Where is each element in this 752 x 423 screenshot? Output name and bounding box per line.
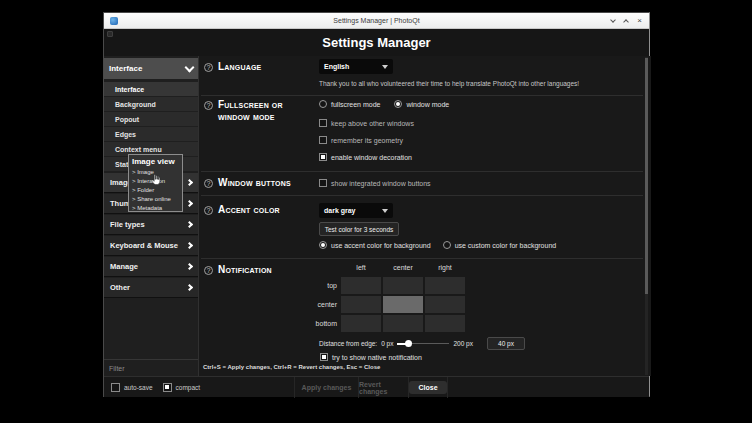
notify-pos-center-left[interactable]	[341, 296, 381, 313]
notify-pos-center-center[interactable]	[383, 296, 423, 313]
checkbox-label[interactable]: auto-save	[124, 384, 153, 391]
close-button[interactable]: Close	[409, 381, 446, 394]
distance-value-box[interactable]: 40 px	[487, 337, 525, 350]
dropdown-arrow-icon	[382, 209, 388, 216]
sidebar-item-file-types[interactable]: File types	[104, 215, 198, 235]
language-note: Thank you to all who volunteered their t…	[319, 80, 649, 87]
background-color-radio-group: use accent color for background use cust…	[319, 241, 556, 249]
radio-accent-background[interactable]	[319, 241, 327, 249]
sidebar: Interface Interface Background Popout Ed…	[104, 56, 199, 376]
checkbox-compact[interactable]	[163, 383, 172, 392]
help-icon[interactable]	[204, 206, 213, 215]
grid-row-bottom: bottom	[301, 320, 337, 327]
sidebar-subitem-interface[interactable]: Interface	[104, 82, 198, 96]
window-title: Settings Manager | PhotoQt	[104, 17, 649, 24]
close-button-cell: Close	[408, 377, 448, 398]
notify-pos-bottom-right[interactable]	[425, 315, 465, 332]
radio-label[interactable]: window mode	[406, 101, 449, 108]
sidebar-category-label: Interface	[109, 64, 142, 73]
help-icon[interactable]	[204, 179, 213, 188]
mode-radio-group: fullscreen mode window mode	[319, 100, 449, 108]
radio-custom-background[interactable]	[443, 241, 451, 249]
action-buttons: Apply changes Revert changes Close	[294, 377, 448, 398]
tooltip-title: Image view	[132, 157, 179, 166]
help-icon[interactable]	[204, 101, 213, 110]
accent-dropdown-value: dark gray	[324, 207, 356, 214]
distance-max: 200 px	[453, 340, 473, 347]
checkbox-label[interactable]: try to show native notification	[332, 354, 422, 361]
chevron-right-icon	[186, 179, 193, 186]
sidebar-subitem-popout[interactable]: Popout	[104, 112, 198, 126]
sidebar-subitem-background[interactable]: Background	[104, 97, 198, 111]
checkbox-label[interactable]: remember its geometry	[331, 137, 403, 144]
sidebar-item-other[interactable]: Other	[104, 278, 198, 298]
notify-pos-top-left[interactable]	[341, 277, 381, 294]
tooltip-item: > Folder	[132, 186, 179, 195]
keep-above-row: keep above other windows	[319, 119, 414, 127]
radio-label[interactable]: use accent color for background	[331, 242, 431, 249]
sidebar-item-label: File types	[110, 220, 145, 229]
hand-cursor-icon	[151, 174, 161, 186]
chevron-right-icon	[186, 263, 193, 270]
checkbox-integrated-buttons[interactable]	[319, 179, 327, 187]
revert-changes-button[interactable]: Revert changes	[358, 377, 408, 398]
sidebar-item-manage[interactable]: Manage	[104, 257, 198, 277]
section-divider	[201, 195, 643, 196]
slider-knob[interactable]	[405, 340, 412, 347]
distance-slider[interactable]	[397, 340, 449, 347]
apply-changes-button[interactable]: Apply changes	[294, 377, 358, 398]
grid-col-left: left	[341, 264, 381, 271]
checkbox-window-decoration[interactable]	[319, 153, 327, 161]
page-title: Settings Manager	[322, 35, 430, 50]
radio-window-mode[interactable]	[394, 100, 402, 108]
notify-pos-top-right[interactable]	[425, 277, 465, 294]
sidebar-category-interface[interactable]: Interface	[104, 58, 198, 79]
pin-icon	[107, 31, 113, 37]
sidebar-item-label: Keyboard & Mouse	[110, 241, 178, 250]
sidebar-item-label: Manage	[110, 262, 138, 271]
distance-row: Distance from edge: 0 px 200 px 40 px	[319, 337, 525, 350]
sidebar-item-keyboard-mouse[interactable]: Keyboard & Mouse	[104, 236, 198, 256]
test-color-button[interactable]: Test color for 3 seconds	[319, 222, 399, 236]
checkbox-label[interactable]: show integrated window buttons	[331, 180, 431, 187]
language-dropdown[interactable]: English	[319, 59, 393, 74]
checkbox-auto-save[interactable]	[111, 383, 120, 392]
accent-color-dropdown[interactable]: dark gray	[319, 203, 393, 218]
sidebar-filter	[104, 359, 198, 376]
notify-pos-top-center[interactable]	[383, 277, 423, 294]
radio-fullscreen-mode[interactable]	[319, 100, 327, 108]
notify-pos-center-right[interactable]	[425, 296, 465, 313]
help-icon[interactable]	[204, 63, 213, 72]
checkbox-native-notification[interactable]	[320, 353, 328, 361]
chevron-right-icon	[186, 242, 193, 249]
filter-input[interactable]	[104, 365, 198, 372]
desktop: Settings Manager | PhotoQt × Settings Ma…	[0, 0, 752, 423]
checkbox-label[interactable]: compact	[176, 384, 201, 391]
scrollbar-thumb[interactable]	[645, 58, 648, 294]
language-dropdown-value: English	[324, 63, 349, 70]
checkbox-keep-above[interactable]	[319, 119, 327, 127]
radio-label[interactable]: use custom color for background	[455, 242, 557, 249]
native-notification-row: try to show native notification	[320, 353, 422, 361]
settings-content: Language English Thank you to all who vo…	[199, 56, 651, 376]
checkbox-remember-geometry[interactable]	[319, 136, 327, 144]
checkbox-label[interactable]: enable window decoration	[331, 154, 412, 161]
section-title-notification: Notification	[218, 264, 328, 276]
notify-pos-bottom-center[interactable]	[383, 315, 423, 332]
sidebar-subitem-edges[interactable]: Edges	[104, 127, 198, 141]
section-title-fullscreen: Fullscreen or window mode	[218, 99, 316, 123]
notify-pos-bottom-left[interactable]	[341, 315, 381, 332]
bottom-bar: auto-save compact Apply changes Revert c…	[104, 376, 649, 397]
window-titlebar[interactable]: Settings Manager | PhotoQt ×	[104, 13, 649, 29]
distance-min: 0 px	[381, 340, 393, 347]
grid-row-top: top	[301, 282, 337, 289]
chevron-right-icon	[186, 284, 193, 291]
section-title-language: Language	[218, 61, 313, 73]
section-divider	[201, 171, 643, 172]
chevron-right-icon	[186, 221, 193, 228]
checkbox-label[interactable]: keep above other windows	[331, 120, 414, 127]
radio-label[interactable]: fullscreen mode	[331, 101, 380, 108]
section-divider	[201, 95, 643, 96]
help-icon[interactable]	[204, 266, 213, 275]
chevron-down-icon	[185, 62, 195, 72]
